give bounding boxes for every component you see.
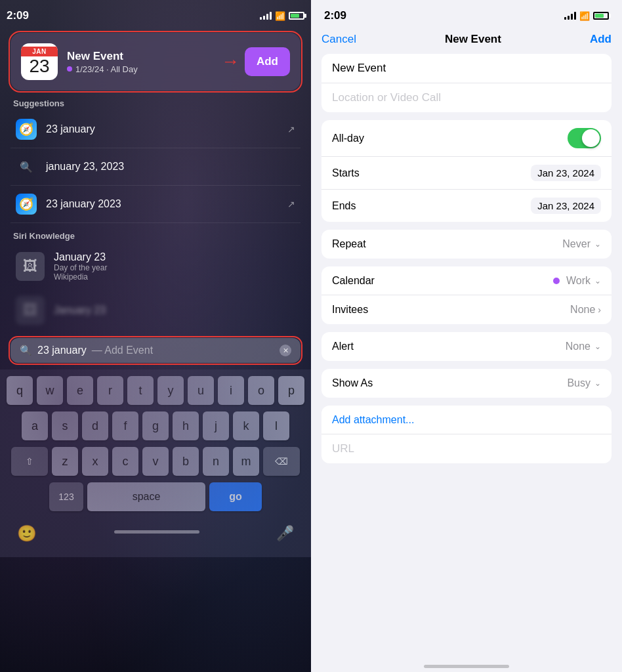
add-event-button[interactable]: Add — [245, 47, 290, 76]
toggle-knob — [582, 129, 600, 147]
event-name-section: Location or Video Call — [321, 54, 612, 112]
wifi-icon: 📶 — [275, 11, 285, 21]
invitees-value: None › — [570, 304, 601, 316]
alert-field[interactable]: Alert None ⌄ — [321, 332, 612, 361]
repeat-chevron: ⌄ — [594, 240, 601, 249]
signal-icon — [260, 12, 272, 20]
starts-field[interactable]: Starts Jan 23, 2024 — [321, 157, 612, 190]
time-right: 2:09 — [324, 9, 346, 22]
safari-icon-2: 🧭 — [16, 194, 37, 215]
add-attachment-field[interactable]: Add attachment... — [321, 406, 612, 434]
event-card[interactable]: JAN 23 New Event 1/23/24 · All Day → Add — [10, 33, 301, 91]
suggestion-arrow-0: ↗ — [287, 124, 295, 135]
search-icon-1: 🔍 — [16, 156, 37, 177]
starts-value: Jan 23, 2024 — [531, 165, 601, 181]
starts-label: Starts — [332, 167, 531, 179]
event-dot — [67, 66, 72, 72]
add-attachment-label: Add attachment... — [332, 414, 601, 426]
alert-chevron: ⌄ — [594, 342, 601, 351]
calendar-section: Calendar Work ⌄ Invitees None › — [321, 266, 612, 324]
calendar-chevron: ⌄ — [594, 276, 601, 285]
search-bar-wrapper: 🔍 23 january — Add Event ✕ — [10, 338, 301, 363]
blurred-title: January 23 — [54, 304, 106, 316]
suggestions-label: Suggestions — [10, 98, 301, 108]
search-suggestion-text: — Add Event — [92, 345, 153, 356]
invitees-chevron: › — [598, 304, 601, 315]
calendar-dot — [553, 278, 560, 284]
calendar-field[interactable]: Calendar Work ⌄ — [321, 266, 612, 295]
event-card-subtitle: 1/23/24 · All Day — [67, 64, 212, 74]
cancel-button[interactable]: Cancel — [321, 33, 356, 46]
time-section: All-day Starts Jan 23, 2024 Ends Jan 23,… — [321, 120, 612, 222]
battery-icon-right — [593, 12, 609, 20]
event-card-title: New Event — [67, 50, 212, 63]
url-placeholder: URL — [332, 442, 354, 455]
nav-bar: Cancel New Event Add — [311, 28, 622, 54]
siri-sub2: Wikipedia — [54, 272, 295, 282]
search-clear-button[interactable]: ✕ — [280, 345, 291, 356]
siri-item-0[interactable]: 🖼 January 23 Day of the year Wikipedia — [10, 243, 301, 289]
right-panel: 2:09 📶 Cancel New Event Add L — [311, 0, 622, 672]
repeat-field[interactable]: Repeat Never ⌄ — [321, 230, 612, 259]
nav-add-button[interactable]: Add — [590, 33, 612, 46]
left-panel: 2:09 📶 JAN 23 New Even — [0, 0, 311, 672]
cal-month: JAN — [21, 47, 58, 56]
ends-value: Jan 23, 2024 — [531, 198, 601, 214]
siri-title: January 23 — [54, 251, 295, 263]
repeat-label: Repeat — [332, 238, 562, 250]
siri-info: January 23 Day of the year Wikipedia — [54, 251, 295, 282]
status-icons-right: 📶 — [564, 11, 609, 21]
attachment-section: Add attachment... URL — [321, 406, 612, 463]
right-arrow-icon: → — [221, 51, 239, 72]
show-as-section: Show As Busy ⌄ — [321, 369, 612, 398]
search-main-text: 23 january — [37, 345, 87, 356]
suggestion-text-2: 23 january 2023 — [46, 198, 278, 210]
invitees-label: Invitees — [332, 304, 570, 316]
suggestion-arrow-2: ↗ — [287, 199, 295, 209]
cal-day: 23 — [29, 56, 49, 77]
invitees-field[interactable]: Invitees None › — [321, 295, 612, 324]
status-bar-right: 2:09 📶 — [311, 0, 622, 28]
event-name-field[interactable] — [321, 54, 612, 83]
calendar-value: Work ⌄ — [553, 275, 601, 287]
search-icon-left: 🔍 — [20, 345, 32, 356]
home-indicator-right — [424, 665, 509, 668]
location-placeholder: Location or Video Call — [332, 91, 441, 104]
allday-field[interactable]: All-day — [321, 120, 612, 157]
arrow-container: → Add — [221, 47, 290, 76]
alert-section: Alert None ⌄ — [321, 332, 612, 361]
suggestion-item-2[interactable]: 🧭 23 january 2023 ↗ — [10, 186, 301, 223]
show-as-value: Busy ⌄ — [567, 377, 601, 389]
siri-thumb-icon: 🖼 — [16, 252, 45, 281]
nav-title: New Event — [445, 33, 501, 46]
show-as-label: Show As — [332, 377, 567, 389]
ends-label: Ends — [332, 200, 531, 212]
allday-label: All-day — [332, 133, 568, 144]
event-card-wrapper: JAN 23 New Event 1/23/24 · All Day → Add — [10, 33, 301, 91]
repeat-value: Never ⌄ — [562, 238, 601, 250]
time-left: 2:09 — [7, 9, 29, 22]
allday-toggle[interactable] — [568, 128, 601, 148]
location-field[interactable]: Location or Video Call — [321, 83, 612, 112]
alert-value: None ⌄ — [566, 341, 601, 352]
ends-field[interactable]: Ends Jan 23, 2024 — [321, 190, 612, 222]
search-bar[interactable]: 🔍 23 january — Add Event ✕ — [10, 338, 301, 363]
blurred-item: 🖼 January 23 — [10, 289, 301, 331]
calendar-label: Calendar — [332, 275, 553, 287]
event-info: New Event 1/23/24 · All Day — [67, 50, 212, 74]
url-field[interactable]: URL — [321, 434, 612, 463]
safari-icon-0: 🧭 — [16, 119, 37, 140]
status-icons-left: 📶 — [260, 11, 304, 21]
form-scroll: Location or Video Call All-day Starts Ja… — [311, 54, 622, 660]
calendar-icon-box: JAN 23 — [21, 43, 58, 80]
suggestion-text-0: 23 january — [46, 123, 278, 135]
signal-icon-right — [564, 12, 576, 20]
suggestion-item-1[interactable]: 🔍 january 23, 2023 — [10, 148, 301, 186]
suggestion-item-0[interactable]: 🧭 23 january ↗ — [10, 111, 301, 148]
siri-sub1: Day of the year — [54, 263, 295, 272]
alert-label: Alert — [332, 341, 566, 352]
show-as-field[interactable]: Show As Busy ⌄ — [321, 369, 612, 398]
blurred-thumb: 🖼 — [16, 296, 45, 325]
event-name-input[interactable] — [332, 62, 601, 75]
siri-label: Siri Knowledge — [10, 231, 301, 241]
